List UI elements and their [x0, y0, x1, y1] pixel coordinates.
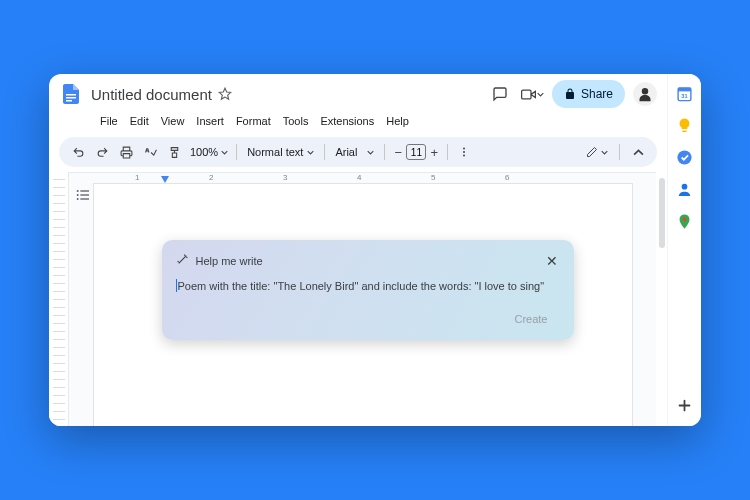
chevron-down-icon: [221, 149, 228, 156]
vertical-ruler: [49, 172, 69, 426]
chevron-down-icon: [601, 149, 608, 156]
menu-edit[interactable]: Edit: [125, 113, 154, 129]
svg-rect-12: [80, 194, 89, 195]
collapse-toolbar-button[interactable]: [627, 141, 649, 163]
app-window: Untitled document Share: [49, 74, 701, 426]
lock-icon: [564, 88, 576, 100]
close-icon[interactable]: ✕: [544, 253, 560, 269]
chevron-down-icon: [307, 149, 314, 156]
svg-point-5: [463, 148, 465, 150]
menubar: File Edit View Insert Format Tools Exten…: [49, 110, 667, 132]
share-label: Share: [581, 87, 613, 101]
paint-format-button[interactable]: [163, 141, 185, 163]
chevron-down-icon: [367, 149, 374, 156]
outline-toggle-button[interactable]: [75, 187, 93, 205]
menu-extensions[interactable]: Extensions: [315, 113, 379, 129]
svg-point-10: [77, 198, 79, 200]
text-cursor: [176, 279, 177, 292]
print-button[interactable]: [115, 141, 137, 163]
svg-point-8: [77, 190, 79, 192]
add-icon[interactable]: [676, 396, 694, 414]
svg-point-4: [642, 88, 648, 94]
svg-point-9: [77, 194, 79, 196]
menu-insert[interactable]: Insert: [191, 113, 229, 129]
chevron-down-icon: [537, 91, 544, 98]
undo-button[interactable]: [67, 141, 89, 163]
redo-button[interactable]: [91, 141, 113, 163]
svg-point-17: [677, 150, 691, 164]
share-button[interactable]: Share: [552, 80, 625, 108]
menu-file[interactable]: File: [95, 113, 123, 129]
editing-mode-button[interactable]: [582, 141, 612, 163]
scroll-thumb[interactable]: [659, 178, 665, 248]
svg-rect-13: [80, 198, 89, 199]
star-icon[interactable]: [218, 87, 232, 101]
document-page[interactable]: Help me write ✕ Poem with the title: "Th…: [93, 183, 633, 426]
avatar[interactable]: [633, 82, 657, 106]
docs-logo[interactable]: [59, 82, 83, 106]
font-size-decrease[interactable]: −: [390, 143, 406, 161]
font-select[interactable]: Arial: [330, 146, 379, 158]
menu-view[interactable]: View: [156, 113, 190, 129]
menu-format[interactable]: Format: [231, 113, 276, 129]
prompt-input[interactable]: Poem with the title: "The Lonely Bird" a…: [176, 276, 560, 292]
svg-rect-0: [66, 94, 76, 96]
spellcheck-button[interactable]: [139, 141, 161, 163]
paragraph-style-select[interactable]: Normal text: [242, 146, 319, 158]
keep-icon[interactable]: [676, 116, 694, 134]
more-button[interactable]: [453, 141, 475, 163]
toolbar: 100% Normal text Arial − 11 +: [59, 137, 657, 167]
help-me-write-title: Help me write: [196, 255, 263, 267]
svg-rect-2: [66, 100, 72, 102]
maps-icon[interactable]: [676, 212, 694, 230]
svg-rect-11: [80, 190, 89, 191]
comments-icon[interactable]: [487, 81, 513, 107]
meet-button[interactable]: [521, 87, 544, 102]
svg-point-6: [463, 151, 465, 153]
menu-help[interactable]: Help: [381, 113, 414, 129]
svg-rect-1: [66, 97, 76, 99]
contacts-icon[interactable]: [676, 180, 694, 198]
scrollbar[interactable]: [656, 172, 667, 426]
magic-wand-icon: [176, 252, 189, 270]
help-me-write-card: Help me write ✕ Poem with the title: "Th…: [162, 240, 574, 340]
font-size-increase[interactable]: +: [426, 143, 442, 161]
calendar-icon[interactable]: 31: [676, 84, 694, 102]
menu-tools[interactable]: Tools: [278, 113, 314, 129]
svg-point-7: [463, 155, 465, 157]
tasks-icon[interactable]: [676, 148, 694, 166]
svg-point-18: [682, 183, 688, 189]
titlebar: Untitled document Share: [49, 74, 667, 110]
side-panel: 31: [667, 74, 701, 426]
svg-point-19: [683, 217, 687, 221]
svg-rect-15: [678, 87, 691, 91]
zoom-select[interactable]: 100%: [187, 146, 231, 158]
svg-text:31: 31: [681, 92, 687, 98]
create-button[interactable]: Create: [502, 308, 559, 330]
document-title[interactable]: Untitled document: [91, 86, 212, 103]
font-size-input[interactable]: 11: [406, 144, 426, 160]
